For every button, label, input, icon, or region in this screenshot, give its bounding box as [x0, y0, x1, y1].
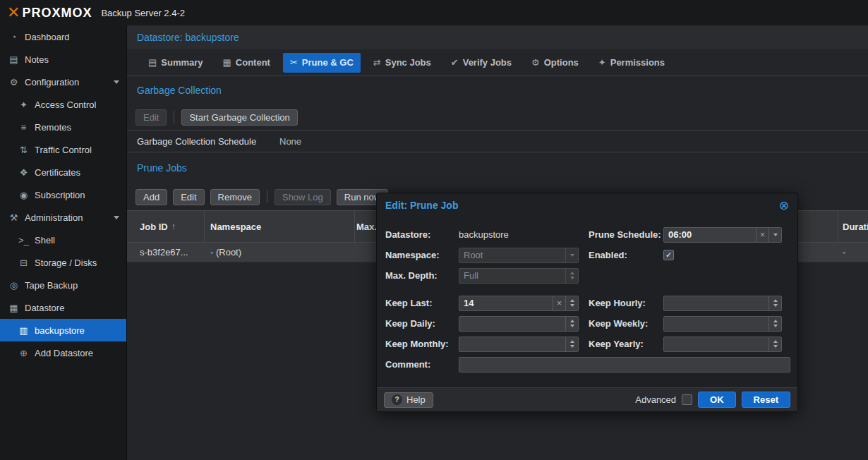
start-garbage-collection-button[interactable]: Start Garbage Collection [181, 109, 297, 126]
add-button[interactable]: Add [135, 189, 167, 205]
toolbar-separator [174, 111, 174, 123]
spinner-icons[interactable] [768, 317, 781, 331]
sidebar-item-administration[interactable]: ⚒ Administration [0, 206, 126, 229]
column-label: Duration [843, 222, 868, 232]
close-icon[interactable]: ⊗ [779, 200, 789, 212]
tab-bar: ▤ Summary ▦ Content ✂ Prune & GC ⇄ Sync … [127, 49, 868, 76]
sidebar-item-shell[interactable]: >_ Shell [0, 229, 126, 251]
sidebar: ◔ Dashboard ▤ Notes ⚙ Configuration ✦ Ac… [0, 25, 127, 460]
sidebar-item-label: Configuration [25, 77, 79, 87]
chevron-down-icon[interactable] [768, 228, 781, 242]
spinner-icons[interactable] [565, 269, 578, 283]
tab-permissions[interactable]: ✦ Permissions [591, 53, 672, 73]
comment-input[interactable] [459, 357, 790, 373]
configuration-icon: ⚙ [7, 77, 20, 87]
sidebar-item-subscription[interactable]: ◉ Subscription [0, 183, 126, 206]
column-namespace[interactable]: Namespace [205, 211, 355, 242]
keep-daily-label: Keep Daily: [385, 318, 459, 329]
sidebar-item-certificates[interactable]: ❖ Certificates [0, 161, 126, 183]
spinner-icons[interactable] [768, 296, 781, 310]
sidebar-item-traffic-control[interactable]: ⇅ Traffic Control [0, 138, 126, 161]
keep-weekly-input[interactable] [663, 316, 782, 332]
keep-daily-input[interactable] [459, 316, 579, 332]
max-depth-input[interactable] [459, 268, 579, 284]
sidebar-item-notes[interactable]: ▤ Notes [0, 48, 126, 71]
prune-gc-icon: ✂ [290, 57, 298, 68]
column-job-id[interactable]: Job ID ↑ [127, 211, 205, 242]
keep-hourly-label: Keep Hourly: [589, 298, 663, 308]
tab-label: Prune & GC [302, 57, 354, 68]
tab-sync-jobs[interactable]: ⇄ Sync Jobs [366, 53, 438, 73]
sidebar-item-label: Access Control [35, 99, 96, 110]
show-log-button[interactable]: Show Log [275, 189, 331, 205]
sidebar-item-label: Dashboard [25, 32, 70, 42]
keep-monthly-spinner [459, 337, 579, 352]
help-icon: ? [392, 394, 402, 405]
sidebar-item-label: Subscription [35, 190, 85, 200]
tab-prune-gc[interactable]: ✂ Prune & GC [283, 53, 361, 73]
reset-button[interactable]: Reset [742, 392, 790, 408]
summary-icon: ▤ [148, 57, 157, 68]
spinner-icons[interactable] [565, 337, 578, 351]
enabled-checkbox[interactable]: ✓ [663, 250, 674, 260]
namespace-combo [459, 248, 579, 263]
chevron-down-icon[interactable] [114, 80, 119, 84]
dialog-title: Edit: Prune Job [385, 200, 779, 211]
datastore-value: backupstore [459, 229, 579, 240]
help-button[interactable]: ? Help [384, 392, 433, 408]
comment-field [459, 357, 790, 373]
remove-button[interactable]: Remove [210, 189, 260, 205]
max-depth-label: Max. Depth: [385, 270, 459, 281]
sidebar-item-datastore[interactable]: ▦ Datastore [0, 296, 126, 319]
sidebar-item-label: Add Datastore [35, 348, 93, 358]
dialog-body: Datastore: backupstore Prune Schedule: ×… [377, 217, 797, 387]
shell-icon: >_ [17, 235, 30, 246]
sidebar-item-tape-backup[interactable]: ◎ Tape Backup [0, 274, 126, 296]
keep-last-spinner: × [459, 296, 579, 311]
verify-jobs-icon: ✔ [451, 57, 459, 68]
edit-button[interactable]: Edit [173, 189, 204, 205]
sidebar-item-label: Certificates [35, 167, 80, 178]
sidebar-item-remotes[interactable]: ≡ Remotes [0, 116, 126, 138]
traffic-control-icon: ⇅ [17, 145, 30, 155]
chevron-down-icon[interactable] [114, 216, 119, 219]
keep-hourly-input[interactable] [663, 296, 782, 311]
tab-summary[interactable]: ▤ Summary [141, 53, 210, 73]
dialog-header[interactable]: Edit: Prune Job ⊗ [377, 193, 797, 217]
namespace-input[interactable] [459, 248, 579, 263]
advanced-checkbox[interactable] [682, 394, 692, 405]
tab-options[interactable]: ⚙ Options [524, 53, 586, 73]
ok-button[interactable]: OK [698, 392, 736, 408]
keep-monthly-input[interactable] [459, 337, 579, 352]
prune-schedule-combo: × [663, 227, 782, 243]
tab-verify-jobs[interactable]: ✔ Verify Jobs [444, 53, 519, 73]
brand-name: PROXMOX [22, 6, 92, 20]
keep-yearly-input[interactable] [663, 337, 782, 352]
spinner-icons[interactable] [768, 337, 781, 351]
tape-backup-icon: ◎ [7, 280, 20, 291]
chevron-down-icon[interactable] [565, 248, 578, 262]
gc-edit-button[interactable]: Edit [135, 109, 167, 126]
sidebar-item-storage-disks[interactable]: ⊟ Storage / Disks [0, 251, 126, 274]
sidebar-item-dashboard[interactable]: ◔ Dashboard [0, 25, 126, 48]
tab-label: Summary [161, 57, 203, 68]
tab-content[interactable]: ▦ Content [216, 53, 277, 73]
sidebar-item-access-control[interactable]: ✦ Access Control [0, 93, 126, 116]
sidebar-item-configuration[interactable]: ⚙ Configuration [0, 71, 126, 93]
spinner-icons[interactable] [565, 296, 578, 310]
column-duration[interactable]: Duration [838, 211, 868, 242]
clear-icon[interactable]: × [553, 296, 565, 310]
app-version: Backup Server 2.4-2 [101, 8, 185, 18]
tab-label: Sync Jobs [385, 57, 431, 68]
clear-icon[interactable]: × [756, 228, 768, 242]
remotes-icon: ≡ [17, 122, 30, 133]
sidebar-item-add-datastore[interactable]: ⊕ Add Datastore [0, 341, 126, 364]
enabled-label: Enabled: [589, 250, 663, 260]
spinner-icons[interactable] [565, 317, 578, 331]
sidebar-item-label: Tape Backup [25, 280, 78, 291]
sidebar-item-label: Datastore [25, 303, 64, 313]
options-icon: ⚙ [531, 57, 540, 68]
gc-schedule-row: Garbage Collection Schedule None [127, 130, 868, 152]
sidebar-item-backupstore[interactable]: ▥ backupstore [0, 319, 126, 341]
add-datastore-icon: ⊕ [17, 348, 30, 358]
